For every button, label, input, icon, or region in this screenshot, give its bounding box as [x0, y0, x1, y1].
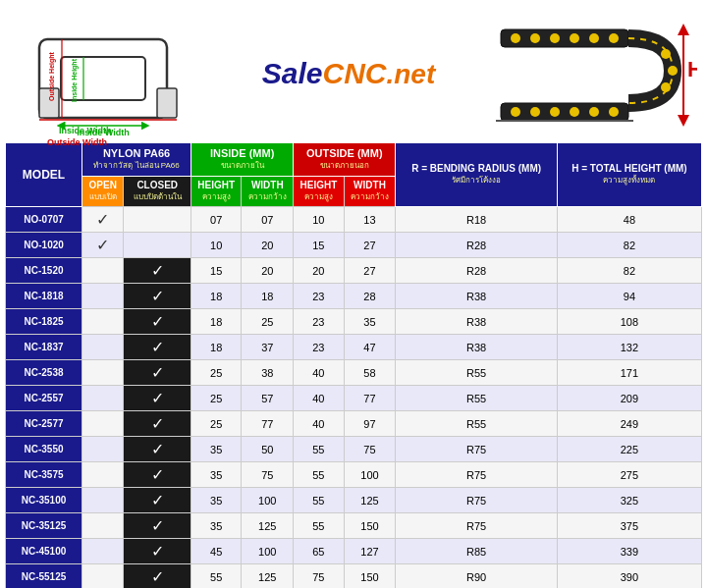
table-cell: R55 [396, 386, 557, 411]
table-cell: ✓ [124, 309, 191, 335]
table-cell: 18 [191, 335, 242, 360]
table-cell: 07 [191, 207, 242, 233]
table-cell: 40 [294, 411, 344, 437]
th-inside-height: HEIGHT ความสูง [191, 177, 242, 207]
table-row: NC-1837✓18372347R38132 [6, 335, 702, 360]
table-cell: 55 [294, 488, 344, 513]
table-cell: 40 [294, 386, 344, 411]
table-cell: 325 [557, 488, 701, 513]
table-cell: R55 [396, 360, 557, 386]
table-cell [82, 513, 124, 539]
table-cell: NC-1837 [6, 335, 82, 360]
table-cell: NC-35125 [6, 513, 82, 539]
inside-width-label: Inside Width [59, 126, 111, 135]
table-cell: 07 [242, 207, 294, 233]
logo-cnc: CNC [322, 57, 386, 89]
th-outside: OUTSIDE (MM) ขนาดภายนอก [294, 143, 396, 177]
table-cell: 18 [242, 284, 294, 309]
th-inside-width: WIDTH ความกว้าง [242, 177, 294, 207]
svg-point-23 [589, 33, 599, 43]
logo-area: SaleCNC.net [216, 57, 481, 90]
table-cell: ✓ [124, 284, 191, 309]
table-cell: 35 [191, 437, 242, 462]
table-cell: NC-35100 [6, 488, 82, 513]
table-cell: 13 [344, 207, 396, 233]
table-cell: 150 [344, 513, 396, 539]
table-row: NC-3575✓357555100R75275 [6, 462, 702, 488]
table-cell: NO-0707 [6, 207, 82, 233]
table-cell [82, 386, 124, 411]
table-cell: 20 [242, 233, 294, 258]
left-diagram: Inside Width Inside Height Outside Heigh… [10, 10, 206, 137]
table-cell: 28 [344, 284, 396, 309]
table-row: NC-2577✓25774097R55249 [6, 411, 702, 437]
table-cell: R18 [396, 207, 557, 233]
svg-point-14 [550, 107, 560, 117]
svg-point-21 [550, 33, 560, 43]
table-cell: ✓ [124, 564, 191, 589]
table-cell: 47 [344, 335, 396, 360]
svg-point-25 [661, 49, 671, 59]
table-cell: 125 [242, 564, 294, 589]
table-cell: 48 [557, 207, 701, 233]
table-cell: ✓ [82, 233, 124, 258]
table-body: NO-0707✓07071013R1848NO-1020✓10201527R28… [6, 207, 702, 589]
table-cell: 225 [557, 437, 701, 462]
table-row: NC-1825✓18252335R38108 [6, 309, 702, 335]
table-cell: 171 [557, 360, 701, 386]
svg-text:Outside Height: Outside Height [48, 51, 56, 100]
table-cell: R75 [396, 462, 557, 488]
table-cell: 20 [242, 258, 294, 284]
th-nylon: NYLON PA66 ทำจากวัสดุ ไนล่อน PA66 [82, 143, 191, 177]
table-cell: R28 [396, 233, 557, 258]
table-cell: 57 [242, 386, 294, 411]
table-cell: 249 [557, 411, 701, 437]
table-cell: 94 [557, 284, 701, 309]
table-cell: 23 [294, 335, 344, 360]
product-table: MODEL NYLON PA66 ทำจากวัสดุ ไนล่อน PA66 … [5, 142, 702, 588]
table-cell: 75 [294, 564, 344, 589]
table-cell [82, 258, 124, 284]
table-cell: 209 [557, 386, 701, 411]
logo: SaleCNC.net [262, 57, 436, 90]
table-cell: ✓ [124, 386, 191, 411]
table-cell [82, 539, 124, 564]
svg-text:H: H [687, 57, 697, 81]
table-cell: 18 [191, 309, 242, 335]
table-cell: 82 [557, 233, 701, 258]
table-cell: 275 [557, 462, 701, 488]
table-cell: 58 [344, 360, 396, 386]
table-cell: 339 [557, 539, 701, 564]
table-cell [82, 335, 124, 360]
table-cell: 100 [242, 539, 294, 564]
th-outside-height: HEIGHT ความสูง [294, 177, 344, 207]
table-cell: R28 [396, 258, 557, 284]
table-cell: 25 [242, 309, 294, 335]
table-cell: 100 [242, 488, 294, 513]
table-row: NC-55125✓5512575150R90390 [6, 564, 702, 589]
table-cell: NC-2577 [6, 411, 82, 437]
table-cell: ✓ [124, 437, 191, 462]
svg-point-27 [661, 82, 671, 92]
table-header-row-1: MODEL NYLON PA66 ทำจากวัสดุ ไนล่อน PA66 … [6, 143, 702, 177]
svg-point-19 [511, 33, 520, 43]
table-cell [82, 360, 124, 386]
table-cell: NO-1020 [6, 233, 82, 258]
svg-point-15 [570, 107, 579, 117]
table-cell: NC-3550 [6, 437, 82, 462]
table-row: NC-35125✓3512555150R75375 [6, 513, 702, 539]
table-cell: 20 [294, 258, 344, 284]
svg-point-22 [570, 33, 579, 43]
table-cell [124, 233, 191, 258]
table-cell: 55 [294, 437, 344, 462]
table-cell: 10 [294, 207, 344, 233]
outside-width-label: Outside Width [47, 137, 107, 147]
table-cell: R85 [396, 539, 557, 564]
table-cell: 55 [191, 564, 242, 589]
table-cell: ✓ [124, 513, 191, 539]
table-row: NC-1520✓15202027R2882 [6, 258, 702, 284]
table-cell: NC-2557 [6, 386, 82, 411]
top-section: Inside Width Inside Height Outside Heigh… [0, 0, 707, 142]
table-cell: 82 [557, 258, 701, 284]
table-cell: 15 [191, 258, 242, 284]
